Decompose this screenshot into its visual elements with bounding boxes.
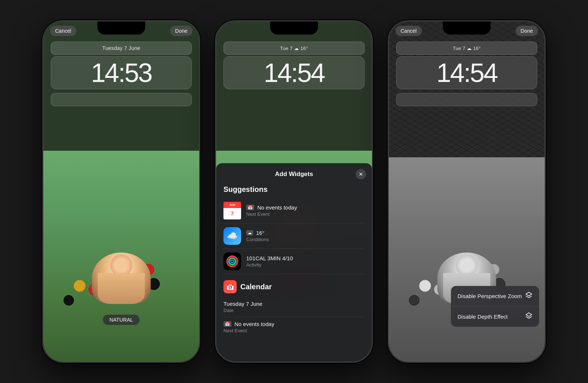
calendar-section-header: 📅 Calendar — [223, 280, 365, 293]
date-widget-3[interactable]: Tue 7 ☁ 16° — [396, 42, 537, 55]
girl-photo — [92, 253, 151, 304]
time-widget-2[interactable]: 14:54 — [223, 56, 365, 89]
date-text: Tuesday 7 June — [102, 45, 140, 51]
calendar-section: 📅 Calendar Tuesday 7 June Date — [223, 280, 365, 337]
calendar-app-icon: JUN 7 — [223, 202, 241, 219]
done-button-3[interactable]: Done — [516, 26, 538, 36]
calendar-noevent-item[interactable]: 📅 No events today Next Event — [223, 317, 365, 337]
disable-perspective-zoom-label: Disable Perspective Zoom — [458, 293, 522, 299]
widget-activity-info: 101CAL 3MIN 4/10 Activity — [246, 255, 365, 268]
widget-activity-sub: Activity — [246, 262, 365, 268]
calendar-noevent-sub: Next Event — [223, 328, 365, 333]
widget-weather-sub: Conditions — [246, 237, 365, 242]
date-widget[interactable]: Tuesday 7 June — [51, 42, 192, 55]
weather-date-text: Tue 7 ☁ 16° — [280, 46, 308, 51]
disable-depth-effect-item[interactable]: Disable Depth Effect — [451, 307, 539, 327]
phone-2: Tue 7 ☁ 16° 14:54 Add Widgets ✕ Suggesti… — [215, 20, 373, 363]
bottom-widget-slot-3[interactable] — [396, 93, 537, 106]
calendar-noevent-info: 📅 No events today Next Event — [223, 321, 365, 333]
phone-1-screen: Cancel Done Tuesday 7 June 14:53 NATURAL — [43, 21, 199, 362]
widget-calendar-main: 📅 No events today — [246, 204, 365, 211]
phone-3: Cancel Done Tue 7 ☁ 16° 14:54 Disable Pe… — [388, 20, 546, 363]
bottom-widget-slot[interactable] — [51, 93, 192, 106]
layers-icon-1 — [525, 291, 533, 301]
phone-3-screen: Cancel Done Tue 7 ☁ 16° 14:54 Disable Pe… — [389, 21, 545, 362]
calendar-date-main: Tuesday 7 June — [223, 301, 365, 307]
widget-calendar-info: 📅 No events today Next Event — [246, 204, 365, 217]
svg-point-43 — [419, 280, 431, 292]
widget-weather-main: ☁ 16° — [246, 230, 365, 236]
time-text-3: 14:54 — [436, 60, 497, 86]
calendar-section-icon: 📅 — [223, 280, 237, 293]
notch — [443, 21, 491, 35]
panel-title: Add Widgets — [223, 171, 365, 178]
date-widget-2[interactable]: Tue 7 ☁ 16° — [223, 42, 365, 55]
widget-activity-main: 101CAL 3MIN 4/10 — [246, 255, 365, 261]
time-text: 14:53 — [91, 60, 151, 86]
widget-calendar-sub: Next Event — [246, 211, 365, 217]
svg-point-10 — [64, 295, 74, 305]
calendar-date-info: Tuesday 7 June Date — [223, 301, 365, 313]
calendar-noevent-main: 📅 No events today — [223, 321, 365, 327]
notch — [97, 21, 145, 35]
disable-perspective-zoom-item[interactable]: Disable Perspective Zoom — [451, 286, 539, 307]
layers-icon-2 — [525, 312, 533, 321]
done-button[interactable]: Done — [170, 26, 193, 36]
widget-item-calendar[interactable]: JUN 7 📅 No events today Next Event — [223, 198, 365, 223]
natural-badge: NATURAL — [103, 315, 140, 325]
power-button — [372, 99, 373, 135]
widget-item-activity[interactable]: 101CAL 3MIN 4/10 Activity — [223, 249, 365, 274]
add-widgets-panel: Add Widgets ✕ Suggestions JUN 7 📅 N — [216, 163, 372, 362]
notch — [270, 21, 318, 35]
svg-point-45 — [409, 295, 419, 305]
calendar-date-sub: Date — [223, 308, 365, 313]
calendar-heading: Calendar — [240, 283, 272, 291]
power-button — [199, 99, 200, 135]
svg-point-8 — [74, 280, 86, 292]
power-button — [545, 99, 546, 135]
disable-depth-effect-label: Disable Depth Effect — [458, 314, 508, 320]
time-text-2: 14:54 — [263, 60, 324, 86]
time-widget[interactable]: 14:53 — [51, 56, 192, 89]
phone-1: Cancel Done Tuesday 7 June 14:53 NATURAL — [42, 20, 200, 363]
suggestions-heading: Suggestions — [223, 185, 365, 194]
activity-app-icon — [223, 253, 241, 270]
calendar-date-item[interactable]: Tuesday 7 June Date — [223, 297, 365, 317]
weather-app-icon: ☁️ — [223, 227, 241, 245]
weather-date-text-3: Tue 7 ☁ 16° — [453, 46, 481, 51]
widget-weather-info: ☁ 16° Conditions — [246, 230, 365, 242]
widget-item-weather[interactable]: ☁️ ☁ 16° Conditions — [223, 223, 365, 249]
cancel-button-3[interactable]: Cancel — [395, 26, 422, 36]
context-menu: Disable Perspective Zoom Disable Depth E… — [451, 286, 539, 327]
panel-close-button[interactable]: ✕ — [356, 169, 366, 179]
cancel-button[interactable]: Cancel — [50, 26, 76, 36]
phone-2-screen: Tue 7 ☁ 16° 14:54 Add Widgets ✕ Suggesti… — [216, 21, 372, 362]
time-widget-3[interactable]: 14:54 — [396, 56, 537, 89]
